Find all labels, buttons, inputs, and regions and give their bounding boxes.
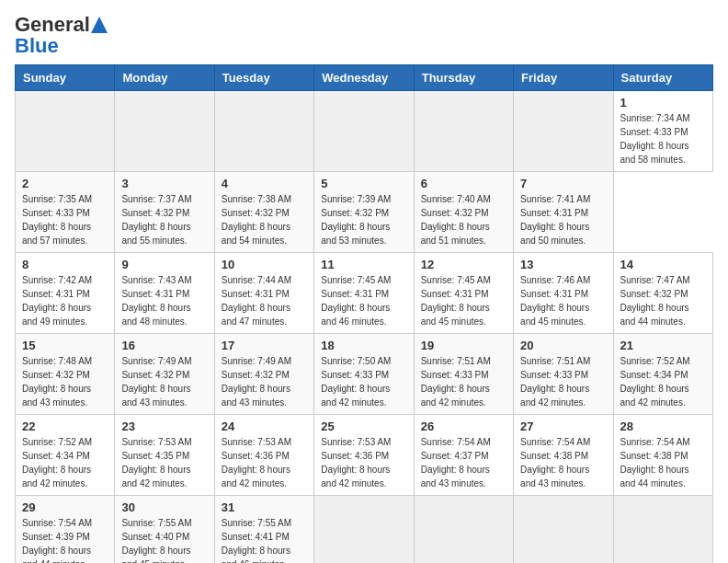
day-info: Sunrise: 7:46 AM Sunset: 4:31 PM Dayligh…: [520, 275, 590, 327]
calendar-cell: 28 Sunrise: 7:54 AM Sunset: 4:38 PM Dayl…: [613, 415, 712, 496]
calendar-cell: 27 Sunrise: 7:54 AM Sunset: 4:38 PM Dayl…: [514, 415, 613, 496]
day-info: Sunrise: 7:54 AM Sunset: 4:38 PM Dayligh…: [620, 437, 690, 488]
day-info: Sunrise: 7:50 AM Sunset: 4:33 PM Dayligh…: [321, 356, 391, 408]
day-number: 9: [121, 258, 207, 271]
calendar-cell: [514, 91, 613, 172]
calendar-week-row: 2 Sunrise: 7:35 AM Sunset: 4:33 PM Dayli…: [16, 172, 713, 253]
day-number: 27: [520, 419, 606, 433]
day-number: 30: [121, 500, 207, 514]
day-number: 13: [520, 258, 606, 271]
logo: General Blue: [15, 15, 108, 57]
calendar-cell: 12 Sunrise: 7:45 AM Sunset: 4:31 PM Dayl…: [414, 253, 513, 334]
day-info: Sunrise: 7:49 AM Sunset: 4:32 PM Dayligh…: [121, 356, 191, 408]
day-number: 16: [121, 339, 207, 352]
calendar-cell: 11 Sunrise: 7:45 AM Sunset: 4:31 PM Dayl…: [314, 253, 414, 334]
day-number: 29: [22, 500, 108, 514]
day-info: Sunrise: 7:42 AM Sunset: 4:31 PM Dayligh…: [22, 275, 92, 327]
calendar-cell: 8 Sunrise: 7:42 AM Sunset: 4:31 PM Dayli…: [16, 253, 115, 334]
calendar-cell: [115, 91, 214, 172]
calendar-cell: 4 Sunrise: 7:38 AM Sunset: 4:32 PM Dayli…: [214, 172, 313, 253]
day-number: 1: [620, 96, 706, 109]
calendar-week-row: 8 Sunrise: 7:42 AM Sunset: 4:31 PM Dayli…: [16, 253, 713, 334]
calendar-week-row: 15 Sunrise: 7:48 AM Sunset: 4:32 PM Dayl…: [16, 334, 713, 415]
column-header-wednesday: Wednesday: [314, 65, 414, 91]
calendar-cell: 3 Sunrise: 7:37 AM Sunset: 4:32 PM Dayli…: [115, 172, 214, 253]
day-info: Sunrise: 7:54 AM Sunset: 4:38 PM Dayligh…: [520, 437, 590, 488]
calendar-cell: 30 Sunrise: 7:55 AM Sunset: 4:40 PM Dayl…: [115, 496, 214, 563]
day-info: Sunrise: 7:52 AM Sunset: 4:34 PM Dayligh…: [620, 356, 690, 408]
day-number: 21: [620, 339, 706, 352]
day-info: Sunrise: 7:43 AM Sunset: 4:31 PM Dayligh…: [121, 275, 191, 327]
calendar-cell: [414, 91, 513, 172]
logo-blue-text: Blue: [15, 35, 59, 57]
calendar-cell: 21 Sunrise: 7:52 AM Sunset: 4:34 PM Dayl…: [613, 334, 712, 415]
calendar-week-row: 1 Sunrise: 7:34 AM Sunset: 4:33 PM Dayli…: [16, 91, 713, 172]
day-info: Sunrise: 7:55 AM Sunset: 4:41 PM Dayligh…: [222, 518, 291, 563]
calendar-cell: 9 Sunrise: 7:43 AM Sunset: 4:31 PM Dayli…: [115, 253, 214, 334]
day-info: Sunrise: 7:35 AM Sunset: 4:33 PM Dayligh…: [22, 194, 92, 246]
day-info: Sunrise: 7:45 AM Sunset: 4:31 PM Dayligh…: [321, 275, 391, 327]
calendar-cell: 18 Sunrise: 7:50 AM Sunset: 4:33 PM Dayl…: [314, 334, 414, 415]
calendar-cell: 23 Sunrise: 7:53 AM Sunset: 4:35 PM Dayl…: [115, 415, 214, 496]
column-header-thursday: Thursday: [414, 65, 513, 91]
day-number: 15: [22, 339, 108, 352]
column-header-saturday: Saturday: [613, 65, 712, 91]
calendar-cell: 31 Sunrise: 7:55 AM Sunset: 4:41 PM Dayl…: [214, 496, 313, 563]
day-number: 23: [121, 419, 207, 433]
page-header: General Blue: [15, 15, 713, 57]
column-header-sunday: Sunday: [16, 65, 115, 91]
calendar-cell: [214, 91, 313, 172]
calendar-header-row: SundayMondayTuesdayWednesdayThursdayFrid…: [16, 65, 713, 91]
calendar-cell: 2 Sunrise: 7:35 AM Sunset: 4:33 PM Dayli…: [16, 172, 115, 253]
calendar-cell: 6 Sunrise: 7:40 AM Sunset: 4:32 PM Dayli…: [414, 172, 513, 253]
day-number: 26: [421, 419, 506, 433]
calendar-cell: 14 Sunrise: 7:47 AM Sunset: 4:32 PM Dayl…: [613, 253, 712, 334]
calendar-cell: 19 Sunrise: 7:51 AM Sunset: 4:33 PM Dayl…: [414, 334, 513, 415]
logo-triangle-icon: [91, 17, 108, 33]
day-info: Sunrise: 7:40 AM Sunset: 4:32 PM Dayligh…: [421, 194, 491, 246]
day-number: 22: [22, 419, 108, 433]
day-info: Sunrise: 7:34 AM Sunset: 4:33 PM Dayligh…: [620, 113, 690, 165]
calendar-cell: 29 Sunrise: 7:54 AM Sunset: 4:39 PM Dayl…: [16, 496, 115, 563]
day-info: Sunrise: 7:44 AM Sunset: 4:31 PM Dayligh…: [222, 275, 291, 327]
calendar-cell: 24 Sunrise: 7:53 AM Sunset: 4:36 PM Dayl…: [214, 415, 313, 496]
day-info: Sunrise: 7:51 AM Sunset: 4:33 PM Dayligh…: [520, 356, 590, 408]
day-number: 11: [321, 258, 406, 271]
calendar-cell: 7 Sunrise: 7:41 AM Sunset: 4:31 PM Dayli…: [514, 172, 613, 253]
day-number: 8: [22, 258, 108, 271]
day-info: Sunrise: 7:51 AM Sunset: 4:33 PM Dayligh…: [421, 356, 491, 408]
calendar-cell: 1 Sunrise: 7:34 AM Sunset: 4:33 PM Dayli…: [613, 91, 712, 172]
day-number: 5: [321, 177, 406, 190]
day-info: Sunrise: 7:53 AM Sunset: 4:36 PM Dayligh…: [321, 437, 391, 488]
day-number: 14: [620, 258, 706, 271]
calendar-week-row: 22 Sunrise: 7:52 AM Sunset: 4:34 PM Dayl…: [16, 415, 713, 496]
day-number: 10: [222, 258, 307, 271]
day-info: Sunrise: 7:54 AM Sunset: 4:37 PM Dayligh…: [421, 437, 491, 488]
column-header-monday: Monday: [115, 65, 214, 91]
calendar-cell: 25 Sunrise: 7:53 AM Sunset: 4:36 PM Dayl…: [314, 415, 414, 496]
day-number: 4: [222, 177, 307, 190]
calendar-cell: [613, 496, 712, 563]
day-info: Sunrise: 7:39 AM Sunset: 4:32 PM Dayligh…: [321, 194, 391, 246]
day-number: 19: [421, 339, 506, 352]
day-number: 18: [321, 339, 406, 352]
day-info: Sunrise: 7:45 AM Sunset: 4:31 PM Dayligh…: [421, 275, 491, 327]
calendar-week-row: 29 Sunrise: 7:54 AM Sunset: 4:39 PM Dayl…: [16, 496, 713, 563]
day-number: 28: [620, 419, 706, 433]
day-info: Sunrise: 7:47 AM Sunset: 4:32 PM Dayligh…: [620, 275, 690, 327]
day-number: 3: [121, 177, 207, 190]
calendar-cell: [314, 91, 414, 172]
calendar-cell: 22 Sunrise: 7:52 AM Sunset: 4:34 PM Dayl…: [16, 415, 115, 496]
day-info: Sunrise: 7:37 AM Sunset: 4:32 PM Dayligh…: [121, 194, 191, 246]
column-header-friday: Friday: [514, 65, 613, 91]
calendar-cell: [314, 496, 414, 563]
calendar-cell: 17 Sunrise: 7:49 AM Sunset: 4:32 PM Dayl…: [214, 334, 313, 415]
day-number: 12: [421, 258, 506, 271]
day-info: Sunrise: 7:54 AM Sunset: 4:39 PM Dayligh…: [22, 518, 92, 563]
day-number: 31: [222, 500, 307, 514]
day-info: Sunrise: 7:52 AM Sunset: 4:34 PM Dayligh…: [22, 437, 92, 488]
calendar-cell: 5 Sunrise: 7:39 AM Sunset: 4:32 PM Dayli…: [314, 172, 414, 253]
day-number: 6: [421, 177, 506, 190]
day-number: 7: [520, 177, 606, 190]
calendar-cell: 10 Sunrise: 7:44 AM Sunset: 4:31 PM Dayl…: [214, 253, 313, 334]
